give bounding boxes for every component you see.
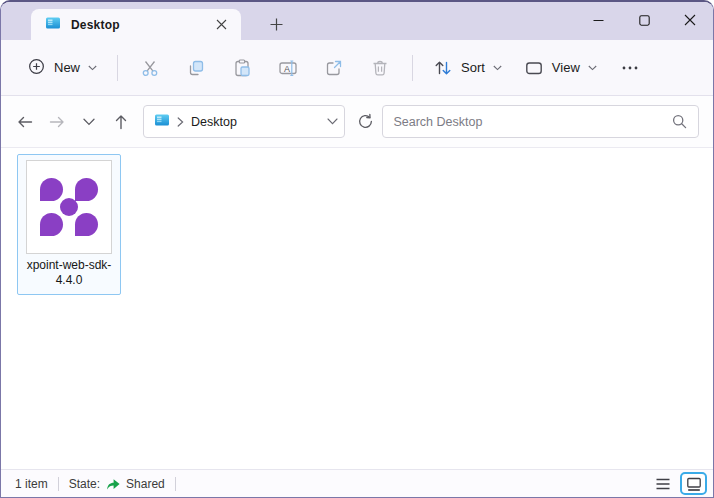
svg-text:A: A [284,63,290,73]
folder-content-area[interactable]: xpoint-web-sdk-4.4.0 [1,148,713,469]
navigation-bar: Desktop [1,96,713,148]
item-count: 1 item [15,477,48,491]
tab-bar: Desktop [1,2,713,40]
cut-scissors-icon [140,58,160,78]
toolbar-separator [117,55,118,81]
rename-icon: A [278,58,298,78]
paste-button[interactable] [220,50,264,86]
view-button[interactable]: View [514,51,607,85]
sort-button[interactable]: Sort [423,51,512,85]
ellipsis-icon [621,59,639,77]
view-toggles [649,472,707,495]
back-button[interactable] [9,106,41,138]
sort-arrows-icon [433,58,453,78]
file-explorer-window: Desktop New [0,0,714,498]
statusbar-divider [58,477,59,491]
breadcrumb-location[interactable]: Desktop [191,115,237,129]
refresh-icon [357,113,374,130]
plus-circle-icon [27,57,46,79]
search-magnifier-icon[interactable] [671,113,688,130]
copy-icon [186,58,206,78]
file-name-label: xpoint-web-sdk-4.4.0 [20,258,118,288]
close-button[interactable] [667,2,713,38]
desktop-folder-icon [154,112,170,131]
forward-button[interactable] [41,106,73,138]
tab-desktop[interactable]: Desktop [31,9,241,40]
refresh-button[interactable] [349,106,383,138]
share-button[interactable] [312,50,356,86]
tab-close-icon[interactable] [209,13,233,37]
state-label: State: [69,477,100,491]
state-value: Shared [126,477,165,491]
thumbnail-view-button[interactable] [680,472,707,495]
chevron-down-icon [588,65,597,71]
minimize-button[interactable] [575,2,621,38]
new-tab-button[interactable] [259,9,293,39]
up-button[interactable] [105,106,137,138]
file-thumbnail [26,160,112,254]
statusbar-divider [175,477,176,491]
thumbnail-view-icon [685,475,703,493]
details-view-button[interactable] [649,472,676,495]
new-button[interactable]: New [17,50,107,86]
search-input[interactable] [393,115,671,129]
state-indicator: State: Shared [69,477,165,491]
view-button-label: View [552,60,580,75]
forward-arrow-icon [48,113,66,131]
chevron-down-icon [83,118,95,126]
new-button-label: New [54,60,80,75]
address-dropdown-chevron-icon[interactable] [327,118,338,125]
sort-button-label: Sort [461,60,485,75]
desktop-folder-icon [45,15,61,34]
view-layout-icon [524,58,544,78]
trash-icon [370,58,390,78]
share-icon [324,58,344,78]
address-bar[interactable]: Desktop [143,105,345,138]
breadcrumb-chevron-icon [177,117,184,127]
file-item-xpoint-web-sdk[interactable]: xpoint-web-sdk-4.4.0 [17,154,121,295]
paste-clipboard-icon [232,58,252,78]
search-box [382,105,699,138]
xpoint-logo-icon [37,175,101,239]
maximize-button[interactable] [621,2,667,38]
up-arrow-icon [112,113,130,131]
chevron-down-icon [88,65,97,71]
recent-locations-button[interactable] [73,106,105,138]
delete-button[interactable] [358,50,402,86]
command-toolbar: New A [1,40,713,96]
window-controls [575,2,713,38]
rename-button[interactable]: A [266,50,310,86]
status-bar: 1 item State: Shared [1,469,713,497]
see-more-button[interactable] [609,51,651,85]
shared-green-arrow-icon [105,477,121,491]
back-arrow-icon [16,113,34,131]
toolbar-separator [412,55,413,81]
details-view-icon [654,475,672,493]
copy-button[interactable] [174,50,218,86]
chevron-down-icon [493,65,502,71]
cut-button[interactable] [128,50,172,86]
tab-title: Desktop [71,18,120,32]
